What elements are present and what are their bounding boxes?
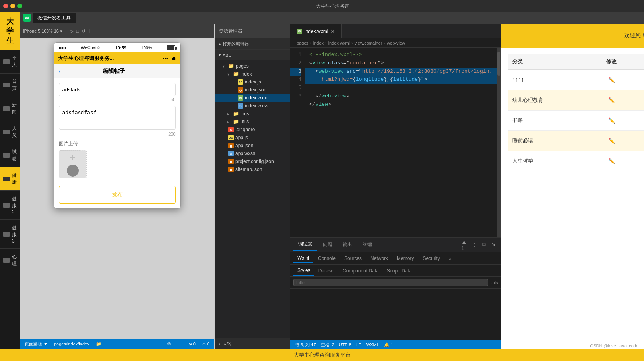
status-folder-icon[interactable]: 📁 (96, 342, 101, 347)
statusbar-spaces: 空格: 2 (321, 342, 334, 348)
code-content[interactable]: <!--index.wxml--> <view class="container… (305, 48, 497, 237)
nav-item-health2[interactable]: 健康2 (0, 191, 20, 220)
dt-subtab-security[interactable]: Security (419, 254, 444, 263)
tree-item-pages[interactable]: ▾ 📁 pages (215, 62, 290, 70)
edit-btn-1[interactable]: ✏️ (606, 75, 617, 85)
tree-item-logs[interactable]: ▸ 📁 logs (215, 110, 290, 118)
status-eye-icon[interactable]: 👁 (167, 342, 171, 346)
breadcrumb-pages[interactable]: pages (297, 41, 308, 45)
wxml-icon-index: W (238, 95, 243, 101)
dt-inner-tabs: Styles Dataset Component Data Scope Data (290, 265, 501, 277)
folder-icon-pages: 📁 (228, 63, 234, 69)
tree-item-utils[interactable]: ▸ 📁 utils (215, 118, 290, 126)
dt-inner-dataset[interactable]: Dataset (314, 266, 339, 275)
dt-subtab-memory[interactable]: Memory (393, 254, 418, 263)
phone-back-btn[interactable]: ‹ (59, 68, 61, 74)
editor-scrollbar[interactable] (497, 48, 501, 237)
phone-refresh-btn[interactable]: ↺ (82, 29, 85, 34)
admin-nav: 个人 首页 新闻 人员 试卷 (0, 50, 20, 349)
tree-item-index-wxss[interactable]: S index.wxss (215, 102, 290, 110)
watermark: CSDN @love_java_code (588, 343, 641, 349)
dt-tab-problems[interactable]: 问题 (318, 239, 337, 250)
tree-item-index-wxml[interactable]: W index.wxml (215, 94, 290, 102)
edit-btn-5[interactable]: ✏️ (606, 156, 617, 166)
dt-close-icon[interactable]: ✕ (490, 241, 498, 249)
close-dot[interactable] (3, 4, 8, 8)
admin-table: 分类 修改 删除 1111 ✏️ (508, 54, 644, 171)
status-more-icon[interactable]: ⋯ (178, 342, 182, 347)
dt-tab-debugger[interactable]: 调试器 (293, 239, 317, 251)
json-icon-project: {} (228, 159, 234, 164)
phone-compile-btn[interactable]: ▷ (70, 29, 73, 34)
breadcrumb-sep1: › (310, 41, 312, 45)
tree-item-sitemap-json[interactable]: {} sitemap.json (215, 165, 290, 173)
minimize-dot[interactable] (10, 4, 15, 8)
tree-item-index-json[interactable]: {} index.json (215, 86, 290, 94)
tree-item-project-json[interactable]: {} project.config.json (215, 157, 290, 165)
edit-btn-2[interactable]: ✏️ (606, 95, 617, 105)
statusbar-lineending: LF (356, 342, 361, 347)
tree-item-index[interactable]: ▾ 📁 index (215, 70, 290, 78)
devtools-tab-main[interactable]: 微信开发者工具 (33, 13, 76, 23)
nav-label-exam: 试卷 (12, 149, 17, 162)
breadcrumb-view[interactable]: view.container (355, 41, 382, 45)
dt-subtab-console[interactable]: Console (314, 254, 339, 263)
breadcrumb-wxml[interactable]: index.wxml (328, 41, 350, 45)
breadcrumb-webview[interactable]: web-view (387, 41, 405, 45)
dt-subtab-network[interactable]: Network (367, 254, 392, 263)
tree-item-app-js[interactable]: JS app.js (215, 134, 290, 142)
tree-item-index-js[interactable]: JS index.js (215, 78, 290, 86)
upload-box[interactable]: + (59, 150, 87, 178)
dt-inner-component[interactable]: Component Data (339, 266, 383, 275)
dt-tab-terminal[interactable]: 终端 (358, 239, 377, 250)
nav-item-health[interactable]: 健康 (0, 167, 20, 191)
dt-subtab-more[interactable]: » (445, 254, 456, 263)
tree-item-app-json[interactable]: {} app.json (215, 142, 290, 149)
tree-item-app-wxss[interactable]: S app.wxss (215, 149, 290, 157)
maximize-dot[interactable] (17, 4, 22, 8)
editor-statusbar: 行 3, 列 47 空格: 2 UTF-8 LF WXML 🔔 1 (290, 340, 501, 349)
file-panel-more[interactable]: ⋯ (281, 28, 286, 34)
dt-inner-scope[interactable]: Scope Data (383, 266, 416, 275)
status-errors: ⊗ 0 (188, 342, 196, 347)
tab-close-icon[interactable]: ✕ (330, 28, 335, 35)
nav-item-personal[interactable]: 个人 (0, 50, 20, 74)
expand-index: ▾ (227, 72, 231, 76)
dt-filter-input[interactable] (293, 279, 488, 286)
phone-more-icon[interactable]: ••• (163, 56, 168, 62)
status-path-label[interactable]: 页面路径 ▼ (25, 341, 48, 347)
nav-item-health3[interactable]: 健康3 (0, 220, 20, 249)
dt-cls-label[interactable]: .cls (491, 280, 498, 285)
dt-expand-icon[interactable]: ⧉ (480, 241, 488, 249)
edit-btn-4[interactable]: ✏️ (606, 136, 617, 146)
phone-topbar-sep1: | (66, 29, 67, 33)
edit-btn-3[interactable]: ✏️ (606, 115, 617, 126)
publish-button[interactable]: 发布 (59, 186, 176, 204)
phone-record-icon[interactable]: ⏺ (171, 56, 177, 62)
dt-subtab-sources[interactable]: Sources (340, 254, 366, 263)
tree-item-gitignore[interactable]: G .gitignore (215, 126, 290, 134)
nav-item-exam[interactable]: 试卷 (0, 144, 20, 167)
open-editors-section[interactable]: ▸ 打开的编辑器 (215, 38, 290, 49)
tree-label-app-wxss: app.wxss (235, 151, 255, 156)
dt-subtab-wxml[interactable]: Wxml (293, 254, 313, 263)
tab-wxml-icon: W (297, 29, 302, 34)
form-content-input[interactable]: adsfasdfasf (59, 106, 176, 130)
dt-warning-count[interactable]: ▲ 1 (461, 241, 469, 249)
scrollbar-thumb[interactable] (497, 52, 500, 76)
dt-more-icon[interactable]: ⋮ (471, 241, 479, 249)
window-title: 大学生心理咨询 (25, 3, 641, 10)
dt-inner-styles[interactable]: Styles (293, 266, 314, 276)
nav-item-psychology[interactable]: 心理 (0, 249, 20, 272)
root-section[interactable]: ▾ ABC (215, 49, 290, 60)
table-row: 1111 ✏️ ✕ (508, 70, 644, 90)
breadcrumb-index[interactable]: index (313, 41, 324, 45)
outline-section[interactable]: ▸ 大纲 (215, 338, 290, 349)
nav-item-home[interactable]: 首页 (0, 74, 20, 97)
editor-tab-wxml[interactable]: W index.wxml ✕ (290, 24, 342, 38)
nav-item-people[interactable]: 人员 (0, 120, 20, 144)
dt-tab-output[interactable]: 输出 (338, 239, 357, 250)
form-title-input[interactable] (59, 83, 176, 96)
nav-item-news[interactable]: 新闻 (0, 97, 20, 120)
phone-stop-btn[interactable]: □ (76, 29, 79, 33)
